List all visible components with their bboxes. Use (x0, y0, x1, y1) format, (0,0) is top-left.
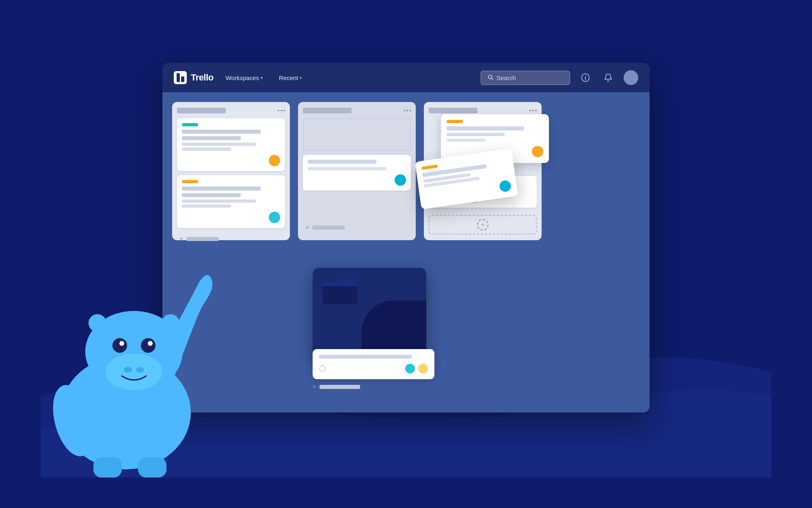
add-card-btn-2[interactable]: + (303, 221, 411, 234)
svg-line-1 (492, 78, 493, 80)
white-card-radio (319, 365, 326, 372)
card-1-1-tag (182, 123, 198, 126)
menu-dot (529, 110, 531, 111)
plus-icon-2: + (305, 224, 309, 231)
hippo-character (45, 201, 215, 478)
scene: Trello Workspaces ▾ Recent ▾ Search (41, 30, 771, 478)
logo-area: Trello (174, 71, 214, 84)
nav-recent[interactable]: Recent ▾ (275, 72, 306, 84)
svg-point-15 (162, 314, 179, 332)
search-placeholder: Search (497, 74, 516, 81)
card-3-elevated-avatar (532, 146, 543, 157)
svg-point-14 (89, 314, 106, 332)
add-another-label (320, 385, 360, 389)
list-2-menu[interactable] (404, 110, 411, 111)
add-card-dashed-icon-3: + (477, 219, 488, 230)
floating-card-avatar (499, 180, 512, 193)
card-1-2-avatar (269, 212, 280, 223)
svg-rect-17 (138, 457, 166, 478)
card-1-1-title-1 (182, 130, 261, 134)
card-2-1-avatar (395, 174, 406, 186)
nav-workspaces-chevron: ▾ (261, 76, 263, 80)
menu-dot (409, 110, 411, 111)
menu-dot (535, 110, 537, 111)
card-1-1-desc-2 (182, 148, 231, 151)
menu-dot (278, 110, 279, 111)
menu-dot (406, 110, 408, 111)
card-3-elevated-title-2 (447, 133, 505, 136)
nav-workspaces[interactable]: Workspaces ▾ (222, 72, 267, 84)
white-card-avatar-2 (418, 364, 428, 373)
list-3-title (429, 108, 477, 113)
search-icon (488, 74, 493, 81)
card-3-elevated-title-1 (447, 126, 524, 130)
dark-card-shape (361, 300, 426, 357)
menu-dot (532, 110, 534, 111)
add-card-dashed-3[interactable]: + (429, 215, 537, 234)
card-1-2-title-2 (182, 193, 241, 197)
list-column-2: + (298, 102, 416, 240)
list-2-header (303, 108, 411, 113)
nav-workspaces-label: Workspaces (226, 74, 259, 81)
card-3-elevated-tag (447, 120, 463, 123)
white-card-bottom[interactable] (313, 349, 434, 379)
user-avatar[interactable] (624, 70, 638, 85)
svg-point-9 (141, 338, 155, 353)
svg-point-13 (136, 367, 144, 373)
dark-card-container: + (313, 268, 434, 392)
svg-text:i: i (585, 75, 586, 81)
info-button[interactable]: i (578, 70, 593, 85)
card-1-2-tag (182, 180, 198, 183)
list-1-menu[interactable] (278, 110, 285, 111)
card-1-2-title-1 (182, 187, 261, 191)
menu-dot (281, 110, 282, 111)
svg-point-7 (106, 354, 162, 390)
svg-rect-16 (93, 457, 122, 478)
col3-wrapper: + (424, 102, 542, 403)
card-1-1-desc-1 (182, 143, 256, 146)
menu-dot (283, 110, 285, 111)
add-another-plus-icon: + (313, 383, 316, 391)
navbar: Trello Workspaces ▾ Recent ▾ Search (162, 63, 650, 92)
logo-bar-short (181, 76, 184, 82)
svg-point-11 (148, 341, 153, 346)
add-card-label-2 (312, 226, 345, 230)
notifications-button[interactable] (601, 70, 615, 85)
card-3-elevated-desc (447, 139, 485, 142)
board-content: + (162, 92, 650, 412)
nav-recent-label: Recent (279, 74, 298, 81)
search-bar[interactable]: Search (481, 71, 570, 85)
list-1-title (177, 108, 226, 113)
card-2-1-desc-1 (308, 167, 387, 170)
logo-text: Trello (191, 72, 214, 83)
svg-point-8 (112, 338, 127, 353)
card-1-1-title-2 (182, 136, 241, 140)
logo-bar-tall (177, 73, 180, 82)
white-card-title (319, 355, 412, 359)
list-2-title (303, 108, 352, 113)
folder-icon (321, 276, 361, 308)
card-2-1[interactable] (303, 155, 411, 191)
nav-recent-chevron: ▾ (300, 76, 302, 80)
white-card-avatar-1 (405, 364, 415, 373)
card-2-1-title (308, 160, 376, 164)
list-3-header (429, 108, 537, 113)
dark-card (313, 268, 426, 357)
floating-card-tag (421, 165, 438, 170)
list-1-header (177, 108, 285, 113)
menu-dot (404, 110, 405, 111)
browser-window: Trello Workspaces ▾ Recent ▾ Search (162, 63, 650, 412)
trello-logo-icon (174, 71, 187, 84)
card-1-1-avatar (269, 155, 280, 166)
list-3-menu[interactable] (529, 110, 537, 111)
svg-point-10 (119, 341, 124, 346)
add-another-row[interactable]: + (313, 379, 434, 392)
card-1-1[interactable] (177, 118, 285, 171)
card-drag-placeholder (303, 118, 411, 151)
svg-point-12 (124, 367, 132, 373)
